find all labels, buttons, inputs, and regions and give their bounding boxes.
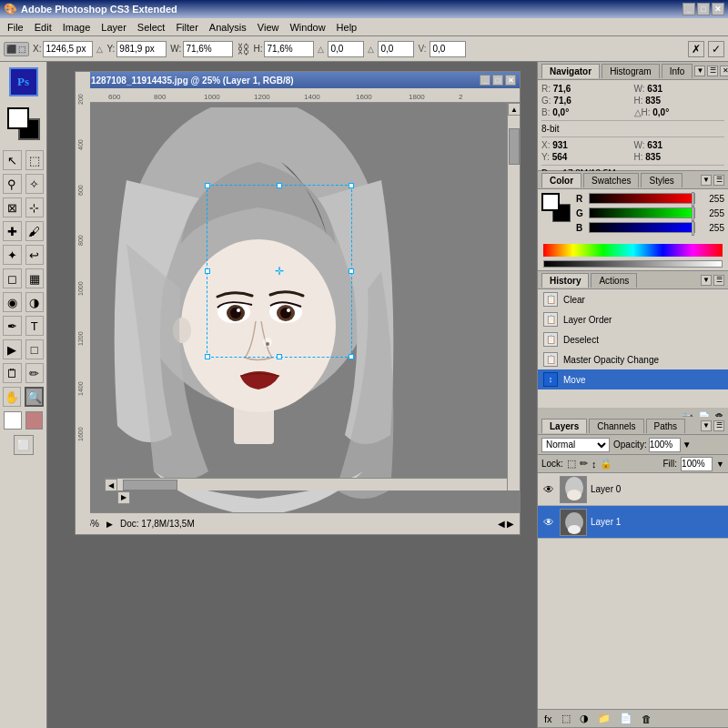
layer-item-1[interactable]: 👁 Layer 1 bbox=[538, 506, 728, 539]
vertical-scrollbar[interactable]: ▲ bbox=[507, 103, 520, 490]
lock-transparent-btn[interactable]: ⬚ bbox=[567, 458, 576, 470]
dodge-tool[interactable]: ◑ bbox=[25, 292, 45, 312]
nav-prev[interactable]: ◀ bbox=[498, 519, 505, 529]
history-item-opacity[interactable]: 📋 Master Opacity Change bbox=[538, 349, 728, 369]
magic-wand-tool[interactable]: ✧ bbox=[25, 174, 45, 194]
menu-layer[interactable]: Layer bbox=[96, 20, 132, 35]
path-selection[interactable]: ▶ bbox=[3, 339, 22, 359]
doc-restore[interactable]: □ bbox=[492, 75, 503, 86]
menu-filter[interactable]: Filter bbox=[170, 20, 203, 35]
g-slider-track[interactable] bbox=[589, 207, 695, 218]
menu-file[interactable]: File bbox=[2, 20, 29, 35]
menu-edit[interactable]: Edit bbox=[29, 20, 57, 35]
color-menu-btn[interactable]: ☰ bbox=[713, 175, 724, 186]
marquee-tool[interactable]: ⬚ bbox=[25, 150, 45, 170]
close-button[interactable]: ✕ bbox=[712, 3, 724, 15]
slice-tool[interactable]: ⊹ bbox=[25, 197, 45, 217]
history-item-deselect[interactable]: 📋 Deselect bbox=[538, 329, 728, 349]
lock-position-btn[interactable]: ↕ bbox=[592, 459, 597, 470]
scroll-thumb-h[interactable] bbox=[123, 480, 177, 490]
layers-menu-btn[interactable]: ☰ bbox=[713, 420, 724, 431]
zoom-tool[interactable]: 🔍 bbox=[25, 387, 44, 407]
lock-all-btn[interactable]: 🔒 bbox=[600, 458, 612, 470]
maximize-button[interactable]: □ bbox=[697, 3, 710, 15]
scroll-up-btn[interactable]: ▲ bbox=[508, 103, 520, 116]
commit-button[interactable]: ✗ bbox=[688, 41, 704, 57]
vskew-input[interactable] bbox=[430, 41, 466, 57]
tab-styles[interactable]: Styles bbox=[641, 173, 682, 187]
hand-tool[interactable]: ✋ bbox=[3, 387, 21, 407]
type-tool[interactable]: T bbox=[25, 316, 45, 336]
minimize-button[interactable]: _ bbox=[682, 3, 695, 15]
add-style-btn[interactable]: fx bbox=[541, 713, 555, 724]
tab-color[interactable]: Color bbox=[541, 173, 581, 187]
quick-mask-mode[interactable] bbox=[25, 411, 44, 430]
nav-menu-btn[interactable]: ☰ bbox=[707, 66, 718, 76]
color-fg-swatch[interactable] bbox=[541, 193, 560, 211]
horizontal-scrollbar[interactable]: ◀ ▶ bbox=[105, 478, 507, 490]
nav-next[interactable]: ▶ bbox=[507, 519, 514, 529]
new-layer-btn[interactable]: 📄 bbox=[617, 713, 635, 724]
doc-close[interactable]: ✕ bbox=[505, 75, 516, 86]
r-slider-thumb[interactable] bbox=[692, 192, 694, 207]
tab-actions[interactable]: Actions bbox=[591, 273, 637, 288]
w-input[interactable] bbox=[183, 41, 233, 57]
history-item-layerorder[interactable]: 📋 Layer Order bbox=[538, 309, 728, 329]
y-input[interactable] bbox=[116, 41, 167, 57]
scroll-thumb-v[interactable] bbox=[509, 128, 520, 165]
menu-window[interactable]: Window bbox=[284, 20, 330, 35]
lock-pixels-btn[interactable]: ✏ bbox=[580, 458, 588, 470]
gradient-tool[interactable]: ▦ bbox=[25, 268, 45, 288]
history-collapse-btn[interactable]: ▼ bbox=[701, 275, 712, 286]
x-input[interactable] bbox=[43, 41, 93, 57]
menu-analysis[interactable]: Analysis bbox=[204, 20, 252, 35]
layers-collapse-btn[interactable]: ▼ bbox=[701, 420, 712, 431]
history-item-clear[interactable]: 📋 Clear bbox=[538, 289, 728, 309]
scroll-left-btn[interactable]: ◀ bbox=[105, 479, 117, 491]
tab-histogram[interactable]: Histogram bbox=[602, 64, 660, 78]
r-slider-track[interactable] bbox=[589, 193, 695, 204]
tab-layers[interactable]: Layers bbox=[541, 419, 587, 433]
standard-mode[interactable] bbox=[4, 411, 22, 430]
lasso-tool[interactable]: ⚲ bbox=[3, 174, 22, 194]
fill-input[interactable] bbox=[681, 457, 713, 471]
history-brush[interactable]: ↩ bbox=[25, 245, 45, 265]
history-item-move[interactable]: ↕ Move bbox=[538, 369, 728, 389]
blur-tool[interactable]: ◉ bbox=[3, 292, 22, 312]
layer-item-0[interactable]: 👁 Layer 0 bbox=[538, 473, 728, 506]
tab-channels[interactable]: Channels bbox=[589, 419, 643, 433]
healing-brush[interactable]: ✚ bbox=[3, 221, 22, 241]
tab-swatches[interactable]: Swatches bbox=[583, 173, 639, 187]
foreground-color[interactable] bbox=[7, 107, 29, 129]
nav-close-btn[interactable]: ✕ bbox=[720, 66, 728, 76]
h-input[interactable] bbox=[264, 41, 314, 57]
bw-gradient[interactable] bbox=[543, 260, 723, 268]
cancel-button[interactable]: ✓ bbox=[708, 41, 724, 57]
nav-collapse-btn[interactable]: ▼ bbox=[694, 66, 705, 76]
history-menu-btn[interactable]: ☰ bbox=[713, 275, 724, 286]
tab-paths[interactable]: Paths bbox=[646, 419, 686, 433]
brush-tool[interactable]: 🖌 bbox=[25, 221, 45, 241]
menu-view[interactable]: View bbox=[252, 20, 285, 35]
shape-tool[interactable]: □ bbox=[25, 339, 45, 359]
scroll-right-btn[interactable]: ▶ bbox=[117, 491, 130, 504]
document-canvas[interactable]: ✛ ▲ ◀ ▶ bbox=[90, 103, 520, 512]
fill-arrow[interactable]: ▼ bbox=[716, 460, 724, 469]
add-mask-btn[interactable]: ⬚ bbox=[559, 713, 573, 724]
tab-navigator[interactable]: Navigator bbox=[541, 64, 600, 78]
menu-image[interactable]: Image bbox=[57, 20, 96, 35]
eraser-tool[interactable]: ◻ bbox=[3, 268, 22, 288]
tab-history[interactable]: History bbox=[541, 273, 589, 288]
move-tool[interactable]: ↖ bbox=[3, 150, 22, 170]
pen-tool[interactable]: ✒ bbox=[3, 316, 22, 336]
layer-eye-0[interactable]: 👁 bbox=[541, 482, 556, 497]
menu-select[interactable]: Select bbox=[132, 20, 171, 35]
eyedropper-tool[interactable]: ✏ bbox=[25, 363, 45, 383]
color-picker[interactable] bbox=[2, 100, 45, 147]
angle-input[interactable] bbox=[328, 41, 364, 57]
blend-mode-select[interactable]: Normal bbox=[541, 438, 610, 452]
opacity-arrow[interactable]: ▼ bbox=[682, 440, 692, 450]
color-spectrum[interactable] bbox=[543, 244, 723, 257]
add-adjustment-btn[interactable]: ◑ bbox=[577, 713, 592, 724]
b-slider-thumb[interactable] bbox=[692, 221, 694, 236]
